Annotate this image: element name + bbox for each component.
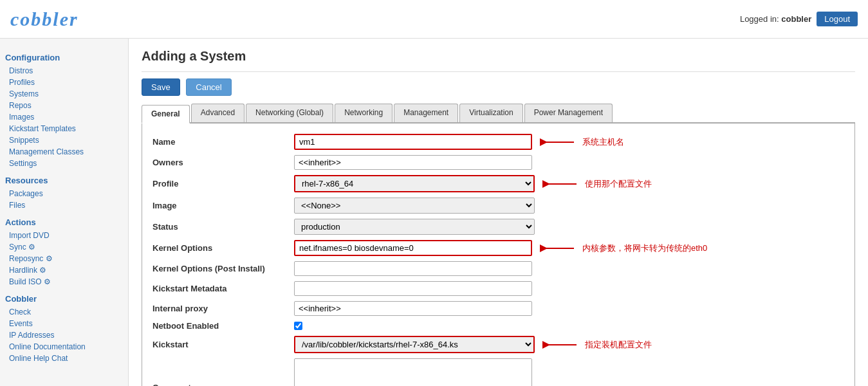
input-kernel-options[interactable] <box>294 240 532 256</box>
action-buttons: Save Cancel <box>142 78 855 96</box>
username: cobbler <box>781 14 811 24</box>
input-name[interactable] <box>294 134 532 150</box>
form-label-name: Name <box>152 137 294 147</box>
form-row: Kernel Options (Post Install) <box>152 261 844 276</box>
select-image[interactable]: <<None>> <box>294 198 535 214</box>
arrow-icon <box>541 178 580 190</box>
sidebar-item-import-dvd[interactable]: Import DVD <box>5 230 123 241</box>
form-label-image: Image <box>152 201 294 210</box>
form-input-wrap <box>294 155 532 170</box>
tab-virtualization[interactable]: Virtualization <box>459 104 522 122</box>
tab-power-management[interactable]: Power Management <box>524 104 613 122</box>
form-input-wrap: rhel-7-x86_64使用那个配置文件 <box>294 175 652 192</box>
arrow-icon <box>541 338 580 351</box>
annotation-arrow: 系统主机名 <box>539 136 624 149</box>
sidebar-item-online-help-chat[interactable]: Online Help Chat <box>5 353 123 364</box>
main-content: Adding a System Save Cancel GeneralAdvan… <box>129 39 868 386</box>
annotation-text: 使用那个配置文件 <box>585 178 652 190</box>
form-row: Profilerhel-7-x86_64使用那个配置文件 <box>152 175 844 192</box>
form-row: Kickstart Metadata <box>152 281 844 296</box>
form-label-profile: Profile <box>152 179 294 188</box>
annotation-text: 系统主机名 <box>582 136 624 148</box>
input-kernel-options-post-install[interactable] <box>294 261 532 276</box>
form-label-kickstart-metadata: Kickstart Metadata <box>152 284 294 293</box>
form-label-internal-proxy: Internal proxy <box>152 304 294 313</box>
sidebar-item-snippets[interactable]: Snippets <box>5 134 123 146</box>
form-label-comment: Comment <box>152 383 294 387</box>
logged-in-label: Logged in: <box>740 14 779 24</box>
save-button[interactable]: Save <box>142 78 180 96</box>
form-input-wrap: <<None>> <box>294 198 535 214</box>
form-input-wrap: production <box>294 219 535 235</box>
form-input-wrap: 系统主机名 <box>294 134 624 150</box>
form-row: Statusproduction <box>152 219 844 235</box>
form-input-wrap: /var/lib/cobbler/kickstarts/rhel-7-x86_6… <box>294 336 652 353</box>
form-input-wrap: 内核参数，将网卡转为传统的eth0 <box>294 240 707 256</box>
sidebar-item-distros[interactable]: Distros <box>5 65 123 77</box>
form-input-wrap <box>294 301 532 316</box>
tab-management[interactable]: Management <box>394 104 458 122</box>
sidebar-item-packages[interactable]: Packages <box>5 188 123 199</box>
page-title: Adding a System <box>142 49 855 64</box>
cancel-button[interactable]: Cancel <box>186 78 231 96</box>
annotation-text: 内核参数，将网卡转为传统的eth0 <box>582 243 707 254</box>
sidebar-section-title: Resources <box>5 176 123 185</box>
checkbox-netboot-enabled[interactable] <box>294 322 302 330</box>
form-input-wrap <box>294 281 532 296</box>
sidebar-item-files[interactable]: Files <box>5 199 123 211</box>
form-row: Name系统主机名 <box>152 134 844 150</box>
logo: cobbler <box>10 8 78 30</box>
form-row: Image<<None>> <box>152 198 844 214</box>
select-profile[interactable]: rhel-7-x86_64 <box>294 175 535 192</box>
sidebar-item-events[interactable]: Events <box>5 318 123 329</box>
input-owners[interactable] <box>294 155 532 170</box>
select-kickstart[interactable]: /var/lib/cobbler/kickstarts/rhel-7-x86_6… <box>294 336 535 353</box>
tab-networking[interactable]: Networking <box>335 104 392 122</box>
sidebar-item-images[interactable]: Images <box>5 111 123 123</box>
tab-general[interactable]: General <box>142 105 190 124</box>
form-input-wrap <box>294 358 532 386</box>
sidebar-item-systems[interactable]: Systems <box>5 88 123 100</box>
annotation-arrow: 指定装机配置文件 <box>541 338 652 351</box>
sidebar-item-settings[interactable]: Settings <box>5 158 123 169</box>
form-row: Internal proxy <box>152 301 844 316</box>
sidebar-section-title: Cobbler <box>5 294 123 304</box>
layout: ConfigurationDistrosProfilesSystemsRepos… <box>0 39 868 386</box>
form-row: Kernel Options内核参数，将网卡转为传统的eth0 <box>152 240 844 256</box>
user-section: Logged in: cobbler Logout <box>740 12 858 26</box>
textarea-comment[interactable] <box>294 358 532 386</box>
header: cobbler Logged in: cobbler Logout <box>0 0 868 39</box>
sidebar-item-check[interactable]: Check <box>5 306 123 318</box>
form-area: Name系统主机名OwnersProfilerhel-7-x86_64使用那个配… <box>142 124 855 386</box>
input-internal-proxy[interactable] <box>294 301 532 316</box>
form-input-wrap <box>294 322 302 330</box>
form-label-kernel-options-post-install: Kernel Options (Post Install) <box>152 264 294 273</box>
sidebar-item-ip-addresses[interactable]: IP Addresses <box>5 329 123 341</box>
tabs: GeneralAdvancedNetworking (Global)Networ… <box>142 104 855 124</box>
form-label-status: Status <box>152 222 294 232</box>
sidebar-item-sync[interactable]: Sync ⚙ <box>5 241 123 253</box>
annotation-text: 指定装机配置文件 <box>585 339 652 351</box>
sidebar-item-online-documentation[interactable]: Online Documentation <box>5 341 123 353</box>
tab-networking-global[interactable]: Networking (Global) <box>246 104 333 122</box>
sidebar-item-profiles[interactable]: Profiles <box>5 77 123 88</box>
form-label-owners: Owners <box>152 158 294 167</box>
form-row: Kickstart/var/lib/cobbler/kickstarts/rhe… <box>152 336 844 353</box>
select-status[interactable]: production <box>294 219 535 235</box>
arrow-icon <box>539 242 577 255</box>
form-label-netboot-enabled: Netboot Enabled <box>152 321 294 331</box>
sidebar-item-build-iso[interactable]: Build ISO ⚙ <box>5 276 123 288</box>
tab-advanced[interactable]: Advanced <box>191 104 245 122</box>
sidebar-item-kickstart-templates[interactable]: Kickstart Templates <box>5 123 123 134</box>
annotation-arrow: 使用那个配置文件 <box>541 178 652 190</box>
form-input-wrap <box>294 261 532 276</box>
form-label-kickstart: Kickstart <box>152 340 294 349</box>
sidebar-item-repos[interactable]: Repos <box>5 100 123 111</box>
sidebar-item-reposync[interactable]: Reposync ⚙ <box>5 253 123 264</box>
sidebar-item-management-classes[interactable]: Management Classes <box>5 146 123 158</box>
logout-button[interactable]: Logout <box>817 12 858 26</box>
form-row: Netboot Enabled <box>152 321 844 331</box>
sidebar-item-hardlink[interactable]: Hardlink ⚙ <box>5 264 123 276</box>
input-kickstart-metadata[interactable] <box>294 281 532 296</box>
form-label-kernel-options: Kernel Options <box>152 243 294 253</box>
